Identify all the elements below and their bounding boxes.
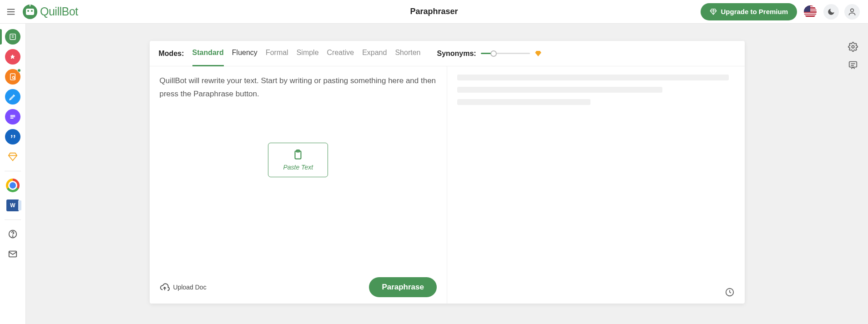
- synonyms-premium-icon: [535, 50, 542, 57]
- cowriter-icon: [9, 93, 17, 101]
- svg-text:A: A: [11, 54, 15, 60]
- mode-tab-simple[interactable]: Simple: [297, 41, 319, 66]
- mode-tab-formal[interactable]: Formal: [266, 41, 288, 66]
- sidebar-item-premium[interactable]: [5, 149, 20, 164]
- diamond-icon: [710, 8, 717, 15]
- chrome-icon: [6, 179, 20, 192]
- modes-label: Modes:: [159, 50, 184, 58]
- svg-rect-18: [849, 62, 857, 67]
- menu-icon: [6, 7, 16, 17]
- svg-point-7: [12, 76, 15, 79]
- paraphraser-card: Modes: Standard Fluency Formal Simple Cr…: [150, 41, 745, 304]
- sidebar-item-contact[interactable]: [5, 246, 20, 262]
- grammar-icon: A: [9, 53, 17, 61]
- brand-logo-mark: [23, 5, 37, 19]
- synonyms-label: Synonyms:: [437, 50, 476, 58]
- settings-button[interactable]: [847, 41, 859, 53]
- page-title: Paraphraser: [410, 7, 458, 16]
- synonyms-slider-thumb[interactable]: [490, 50, 497, 57]
- help-icon: [8, 229, 18, 239]
- right-rail: [847, 41, 859, 71]
- history-button[interactable]: [725, 287, 735, 297]
- history-icon: [725, 287, 735, 297]
- sidebar-separator: [5, 171, 21, 171]
- cloud-upload-icon: [160, 282, 170, 292]
- svg-point-12: [12, 236, 13, 236]
- upload-doc-label: Upload Doc: [173, 284, 207, 291]
- upgrade-premium-button[interactable]: Upgrade to Premium: [701, 3, 797, 20]
- feedback-button[interactable]: [847, 59, 859, 71]
- svg-point-3: [851, 9, 854, 12]
- paraphrase-button[interactable]: Paraphrase: [369, 277, 437, 297]
- synonyms-slider[interactable]: [481, 53, 530, 54]
- upload-doc-button[interactable]: Upload Doc: [160, 282, 207, 292]
- upgrade-premium-label: Upgrade to Premium: [721, 8, 788, 15]
- user-icon: [848, 7, 857, 16]
- summarizer-icon: [9, 113, 17, 121]
- input-placeholder: QuillBot will rewrite your text. Start b…: [160, 75, 437, 101]
- word-icon: W: [6, 199, 19, 211]
- paste-text-label: Paste Text: [283, 164, 313, 171]
- sidebar-item-help[interactable]: [5, 226, 20, 242]
- mode-tab-expand[interactable]: Expand: [362, 41, 387, 66]
- theme-toggle-button[interactable]: [823, 4, 839, 20]
- paraphraser-icon: [9, 33, 17, 41]
- output-skeleton-line: [457, 99, 590, 105]
- main-area: Modes: Standard Fluency Formal Simple Cr…: [26, 24, 868, 324]
- moon-icon: [827, 8, 835, 16]
- output-skeleton-line: [457, 75, 729, 80]
- sidebar-item-cowriter[interactable]: [5, 89, 20, 105]
- sidebar: A W: [0, 24, 26, 324]
- diamond-outline-icon: [8, 152, 18, 162]
- input-pane[interactable]: QuillBot will rewrite your text. Start b…: [150, 66, 448, 304]
- mode-tab-creative[interactable]: Creative: [327, 41, 354, 66]
- sidebar-item-chrome-ext[interactable]: [5, 178, 20, 193]
- language-button[interactable]: [802, 4, 818, 20]
- sidebar-separator: [5, 219, 21, 220]
- notification-dot: [17, 69, 21, 72]
- sidebar-item-paraphraser[interactable]: [5, 29, 20, 45]
- output-pane: [447, 66, 745, 304]
- gear-icon: [848, 42, 858, 52]
- brand-name: QuillBot: [40, 5, 78, 18]
- account-button[interactable]: [844, 4, 860, 20]
- citation-icon: [9, 133, 17, 141]
- paste-text-button[interactable]: Paste Text: [268, 143, 328, 177]
- mode-tab-fluency[interactable]: Fluency: [232, 41, 257, 66]
- topbar: QuillBot Paraphraser Upgrade to Premium: [0, 0, 868, 24]
- feedback-icon: [848, 60, 858, 70]
- output-skeleton-line: [457, 87, 662, 93]
- brand-logo[interactable]: QuillBot: [23, 5, 78, 19]
- sidebar-item-plagiarism[interactable]: [5, 69, 20, 85]
- sidebar-item-citation[interactable]: [5, 129, 20, 145]
- sidebar-item-word-addin[interactable]: W: [5, 198, 20, 213]
- clipboard-icon: [292, 149, 304, 161]
- mode-tab-standard[interactable]: Standard: [192, 41, 224, 66]
- sidebar-item-grammar-checker[interactable]: A: [5, 49, 20, 65]
- menu-toggle-button[interactable]: [5, 5, 17, 18]
- flag-us-icon: [804, 5, 817, 18]
- mode-tab-shorten[interactable]: Shorten: [395, 41, 420, 66]
- mail-icon: [8, 249, 18, 259]
- modes-row: Modes: Standard Fluency Formal Simple Cr…: [150, 41, 745, 66]
- svg-point-17: [852, 45, 854, 48]
- plagiarism-icon: [9, 73, 17, 81]
- sidebar-item-summarizer[interactable]: [5, 109, 20, 125]
